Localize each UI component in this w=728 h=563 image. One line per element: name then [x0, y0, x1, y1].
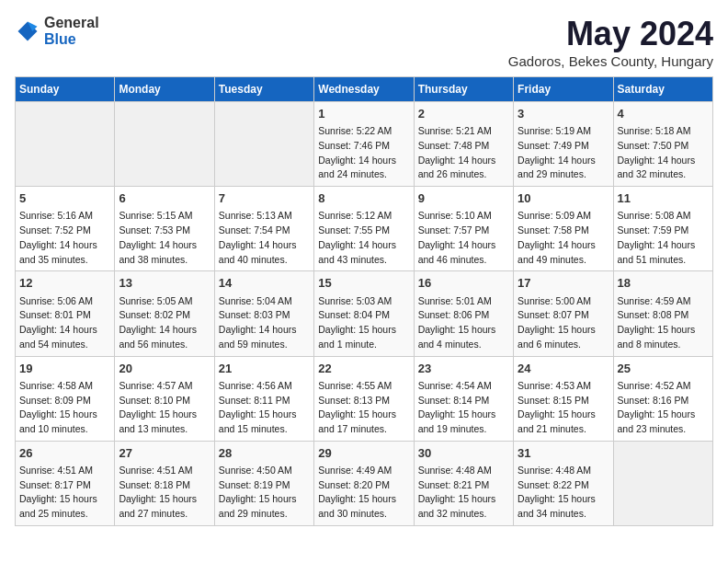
- calendar-cell: 17Sunrise: 5:00 AM Sunset: 8:07 PM Dayli…: [514, 271, 613, 356]
- day-number: 15: [318, 275, 409, 292]
- day-number: 17: [518, 275, 609, 292]
- week-row-2: 5Sunrise: 5:16 AM Sunset: 7:52 PM Daylig…: [16, 187, 713, 271]
- day-info: Sunrise: 5:03 AM Sunset: 8:04 PM Dayligh…: [318, 294, 409, 352]
- main-title: May 2024: [508, 15, 713, 53]
- day-number: 11: [618, 190, 709, 207]
- header-row: SundayMondayTuesdayWednesdayThursdayFrid…: [16, 77, 713, 102]
- day-info: Sunrise: 5:00 AM Sunset: 8:07 PM Dayligh…: [518, 294, 609, 352]
- day-number: 19: [19, 361, 110, 377]
- calendar-cell: 14Sunrise: 5:04 AM Sunset: 8:03 PM Dayli…: [214, 271, 313, 356]
- calendar-cell: 20Sunrise: 4:57 AM Sunset: 8:10 PM Dayli…: [115, 356, 214, 441]
- day-info: Sunrise: 5:15 AM Sunset: 7:53 PM Dayligh…: [119, 209, 210, 267]
- day-number: 6: [119, 190, 210, 207]
- day-number: 29: [318, 445, 409, 462]
- calendar-cell: 31Sunrise: 4:48 AM Sunset: 8:22 PM Dayli…: [514, 441, 613, 525]
- day-number: 1: [318, 106, 409, 122]
- calendar-table: SundayMondayTuesdayWednesdayThursdayFrid…: [15, 76, 713, 526]
- day-number: 21: [219, 361, 310, 377]
- week-row-5: 26Sunrise: 4:51 AM Sunset: 8:17 PM Dayli…: [16, 441, 713, 525]
- calendar-cell: 19Sunrise: 4:58 AM Sunset: 8:09 PM Dayli…: [16, 356, 115, 441]
- calendar-cell: 27Sunrise: 4:51 AM Sunset: 8:18 PM Dayli…: [115, 441, 214, 525]
- day-number: 4: [618, 106, 709, 122]
- day-info: Sunrise: 4:56 AM Sunset: 8:11 PM Dayligh…: [219, 379, 310, 437]
- col-header-tuesday: Tuesday: [214, 77, 313, 102]
- day-info: Sunrise: 5:16 AM Sunset: 7:52 PM Dayligh…: [19, 209, 110, 267]
- day-info: Sunrise: 5:01 AM Sunset: 8:06 PM Dayligh…: [418, 294, 509, 352]
- day-number: 12: [19, 275, 110, 292]
- day-info: Sunrise: 4:48 AM Sunset: 8:22 PM Dayligh…: [518, 464, 609, 522]
- calendar-cell: 15Sunrise: 5:03 AM Sunset: 8:04 PM Dayli…: [314, 271, 414, 356]
- calendar-cell: 7Sunrise: 5:13 AM Sunset: 7:54 PM Daylig…: [214, 187, 313, 271]
- day-number: 31: [518, 445, 609, 462]
- day-info: Sunrise: 4:53 AM Sunset: 8:15 PM Dayligh…: [518, 379, 609, 437]
- day-info: Sunrise: 5:22 AM Sunset: 7:46 PM Dayligh…: [318, 124, 409, 182]
- week-row-3: 12Sunrise: 5:06 AM Sunset: 8:01 PM Dayli…: [16, 271, 713, 356]
- calendar-cell: 21Sunrise: 4:56 AM Sunset: 8:11 PM Dayli…: [214, 356, 313, 441]
- col-header-friday: Friday: [514, 77, 613, 102]
- day-info: Sunrise: 5:21 AM Sunset: 7:48 PM Dayligh…: [418, 124, 509, 182]
- day-info: Sunrise: 4:59 AM Sunset: 8:08 PM Dayligh…: [618, 294, 709, 352]
- calendar-cell: 5Sunrise: 5:16 AM Sunset: 7:52 PM Daylig…: [16, 187, 115, 271]
- calendar-cell: [613, 441, 712, 525]
- day-number: 30: [418, 445, 509, 462]
- calendar-cell: 29Sunrise: 4:49 AM Sunset: 8:20 PM Dayli…: [314, 441, 414, 525]
- day-info: Sunrise: 4:51 AM Sunset: 8:17 PM Dayligh…: [19, 464, 110, 522]
- calendar-cell: 4Sunrise: 5:18 AM Sunset: 7:50 PM Daylig…: [613, 102, 712, 187]
- day-number: 23: [418, 361, 509, 377]
- day-number: 8: [318, 190, 409, 207]
- svg-marker-0: [18, 22, 38, 41]
- calendar-cell: 2Sunrise: 5:21 AM Sunset: 7:48 PM Daylig…: [414, 102, 513, 187]
- calendar-cell: 13Sunrise: 5:05 AM Sunset: 8:02 PM Dayli…: [115, 271, 214, 356]
- day-number: 28: [219, 445, 310, 462]
- calendar-cell: 9Sunrise: 5:10 AM Sunset: 7:57 PM Daylig…: [414, 187, 513, 271]
- calendar-cell: 10Sunrise: 5:09 AM Sunset: 7:58 PM Dayli…: [514, 187, 613, 271]
- day-info: Sunrise: 4:58 AM Sunset: 8:09 PM Dayligh…: [19, 379, 110, 437]
- day-number: 26: [19, 445, 110, 462]
- day-number: 2: [418, 106, 509, 122]
- calendar-cell: 12Sunrise: 5:06 AM Sunset: 8:01 PM Dayli…: [16, 271, 115, 356]
- day-info: Sunrise: 4:48 AM Sunset: 8:21 PM Dayligh…: [418, 464, 509, 522]
- day-number: 9: [418, 190, 509, 207]
- col-header-thursday: Thursday: [414, 77, 513, 102]
- logo: General Blue: [15, 15, 99, 48]
- day-number: 13: [119, 275, 210, 292]
- calendar-cell: [115, 102, 214, 187]
- calendar-cell: 26Sunrise: 4:51 AM Sunset: 8:17 PM Dayli…: [16, 441, 115, 525]
- day-info: Sunrise: 4:57 AM Sunset: 8:10 PM Dayligh…: [119, 379, 210, 437]
- day-info: Sunrise: 4:55 AM Sunset: 8:13 PM Dayligh…: [318, 379, 409, 437]
- calendar-cell: 23Sunrise: 4:54 AM Sunset: 8:14 PM Dayli…: [414, 356, 513, 441]
- day-number: 22: [318, 361, 409, 377]
- calendar-cell: 18Sunrise: 4:59 AM Sunset: 8:08 PM Dayli…: [613, 271, 712, 356]
- day-info: Sunrise: 4:50 AM Sunset: 8:19 PM Dayligh…: [219, 464, 310, 522]
- calendar-cell: 3Sunrise: 5:19 AM Sunset: 7:49 PM Daylig…: [514, 102, 613, 187]
- day-number: 18: [618, 275, 709, 292]
- day-number: 10: [518, 190, 609, 207]
- day-number: 16: [418, 275, 509, 292]
- day-info: Sunrise: 5:06 AM Sunset: 8:01 PM Dayligh…: [19, 294, 110, 352]
- logo-general: General: [44, 15, 99, 30]
- calendar-cell: 16Sunrise: 5:01 AM Sunset: 8:06 PM Dayli…: [414, 271, 513, 356]
- day-info: Sunrise: 4:52 AM Sunset: 8:16 PM Dayligh…: [618, 379, 709, 437]
- day-number: 5: [19, 190, 110, 207]
- calendar-cell: 30Sunrise: 4:48 AM Sunset: 8:21 PM Dayli…: [414, 441, 513, 525]
- day-info: Sunrise: 4:49 AM Sunset: 8:20 PM Dayligh…: [318, 464, 409, 522]
- day-number: 24: [518, 361, 609, 377]
- day-info: Sunrise: 5:10 AM Sunset: 7:57 PM Dayligh…: [418, 209, 509, 267]
- col-header-saturday: Saturday: [613, 77, 712, 102]
- week-row-1: 1Sunrise: 5:22 AM Sunset: 7:46 PM Daylig…: [16, 102, 713, 187]
- day-info: Sunrise: 4:54 AM Sunset: 8:14 PM Dayligh…: [418, 379, 509, 437]
- day-info: Sunrise: 4:51 AM Sunset: 8:18 PM Dayligh…: [119, 464, 210, 522]
- day-info: Sunrise: 5:04 AM Sunset: 8:03 PM Dayligh…: [219, 294, 310, 352]
- calendar-cell: 22Sunrise: 4:55 AM Sunset: 8:13 PM Dayli…: [314, 356, 414, 441]
- calendar-cell: 25Sunrise: 4:52 AM Sunset: 8:16 PM Dayli…: [613, 356, 712, 441]
- calendar-cell: 1Sunrise: 5:22 AM Sunset: 7:46 PM Daylig…: [314, 102, 414, 187]
- day-info: Sunrise: 5:09 AM Sunset: 7:58 PM Dayligh…: [518, 209, 609, 267]
- calendar-cell: 8Sunrise: 5:12 AM Sunset: 7:55 PM Daylig…: [314, 187, 414, 271]
- calendar-cell: 28Sunrise: 4:50 AM Sunset: 8:19 PM Dayli…: [214, 441, 313, 525]
- col-header-wednesday: Wednesday: [314, 77, 414, 102]
- day-number: 14: [219, 275, 310, 292]
- title-area: May 2024 Gadoros, Bekes County, Hungary: [508, 15, 713, 69]
- calendar-cell: [16, 102, 115, 187]
- day-info: Sunrise: 5:13 AM Sunset: 7:54 PM Dayligh…: [219, 209, 310, 267]
- header: General Blue May 2024 Gadoros, Bekes Cou…: [15, 15, 713, 69]
